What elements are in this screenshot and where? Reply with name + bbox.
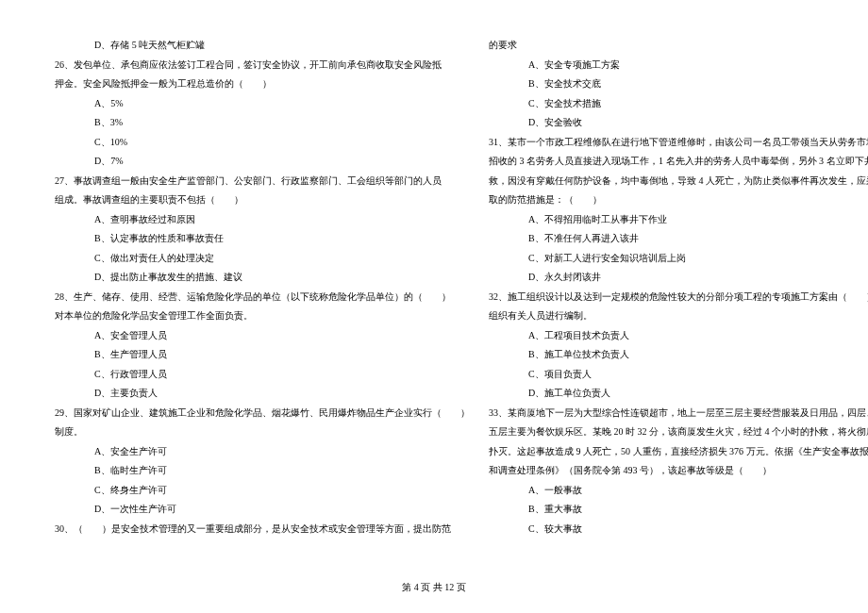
text-line: A、一般事故 (489, 481, 868, 501)
text-line: C、较大事故 (489, 520, 868, 539)
text-line: B、施工单位技术负责人 (489, 345, 868, 365)
text-line: D、主要负责人 (55, 384, 470, 404)
text-line: 32、施工组织设计以及达到一定规模的危险性较大的分部分项工程的专项施工方案由（ … (489, 288, 868, 307)
text-line: 30、（ ）是安全技术管理的又一重要组成部分，是从安全技术或安全管理等方面，提出… (55, 520, 470, 539)
text-line: D、一次性生产许可 (55, 500, 470, 520)
text-line: 33、某商厦地下一层为大型综合性连锁超市，地上一层至三层主要经营服装及日用品，四… (489, 404, 868, 423)
text-line: 救，因没有穿戴任何防护设备，均中毒倒地，导致 4 人死亡，为防止类似事件再次发生… (489, 172, 868, 191)
text-line: 制度。 (55, 422, 470, 442)
text-line: D、施工单位负责人 (489, 384, 868, 404)
text-line: C、10% (55, 133, 470, 153)
text-line: 组成。事故调查组的主要职责不包括（ ） (55, 191, 470, 210)
text-line: B、安全技术交底 (489, 75, 868, 94)
page-content: D、存储 5 吨天然气柜贮罐26、发包单位、承包商应依法签订工程合同，签订安全协… (55, 36, 813, 564)
text-line: 31、某市一个市政工程维修队在进行地下管道维修时，由该公司一名员工带领当天从劳务… (489, 133, 868, 153)
text-line: 27、事故调查组一般由安全生产监管部门、公安部门、行政监察部门、工会组织等部门的… (55, 172, 470, 191)
text-line: 28、生产、储存、使用、经营、运输危险化学品的单位（以下统称危险化学品单位）的（… (55, 288, 470, 307)
text-line: 26、发包单位、承包商应依法签订工程合同，签订安全协议，开工前向承包商收取安全风… (55, 56, 470, 75)
text-line: B、临时生产许可 (55, 461, 470, 481)
text-line: 取的防范措施是：（ ） (489, 191, 868, 210)
text-line: C、行政管理人员 (55, 365, 470, 385)
text-line: A、安全管理人员 (55, 326, 470, 346)
text-line: C、终身生产许可 (55, 481, 470, 501)
text-line: A、安全专项施工方案 (489, 56, 868, 75)
text-line: C、项目负责人 (489, 365, 868, 385)
text-line: B、不准任何人再进入该井 (489, 229, 868, 249)
text-line: 组织有关人员进行编制。 (489, 306, 868, 326)
text-line: 招收的 3 名劳务人员直接进入现场工作，1 名先入井的劳务人员中毒晕倒，另外 3… (489, 152, 868, 172)
text-line: A、工程项目技术负责人 (489, 326, 868, 346)
text-line: C、安全技术措施 (489, 94, 868, 114)
text-line: 29、国家对矿山企业、建筑施工企业和危险化学品、烟花爆竹、民用爆炸物品生产企业实… (55, 404, 470, 423)
text-line: 扑灭。这起事故造成 9 人死亡，50 人重伤，直接经济损失 376 万元。依据《… (489, 442, 868, 462)
text-line: 的要求 (489, 36, 868, 56)
text-line: C、对新工人进行安全知识培训后上岗 (489, 249, 868, 269)
text-line: B、3% (55, 113, 470, 133)
text-line: D、存储 5 吨天然气柜贮罐 (55, 36, 470, 56)
text-line: B、重大事故 (489, 500, 868, 520)
text-line: D、安全验收 (489, 113, 868, 133)
text-line: 对本单位的危险化学品安全管理工作全面负责。 (55, 306, 470, 326)
left-column: D、存储 5 吨天然气柜贮罐26、发包单位、承包商应依法签订工程合同，签订安全协… (55, 36, 470, 564)
text-line: D、永久封闭该井 (489, 268, 868, 288)
text-line: A、5% (55, 94, 470, 114)
text-line: C、做出对责任人的处理决定 (55, 249, 470, 269)
text-line: 五层主要为餐饮娱乐区。某晚 20 时 32 分，该商厦发生火灾，经过 4 个小时… (489, 422, 868, 442)
text-line: A、不得招用临时工从事井下作业 (489, 210, 868, 230)
text-line: A、查明事故经过和原因 (55, 210, 470, 230)
text-line: D、提出防止事故发生的措施、建议 (55, 268, 470, 288)
text-line: 和调查处理条例》（国务院令第 493 号），该起事故等级是（ ） (489, 461, 868, 481)
text-line: D、7% (55, 152, 470, 172)
text-line: B、认定事故的性质和事故责任 (55, 229, 470, 249)
text-line: A、安全生产许可 (55, 442, 470, 462)
text-line: 押金。安全风险抵押金一般为工程总造价的（ ） (55, 75, 470, 94)
page-footer: 第 4 页 共 12 页 (0, 581, 868, 594)
text-line: B、生产管理人员 (55, 345, 470, 365)
right-column: 的要求A、安全专项施工方案B、安全技术交底C、安全技术措施D、安全验收31、某市… (489, 36, 868, 564)
